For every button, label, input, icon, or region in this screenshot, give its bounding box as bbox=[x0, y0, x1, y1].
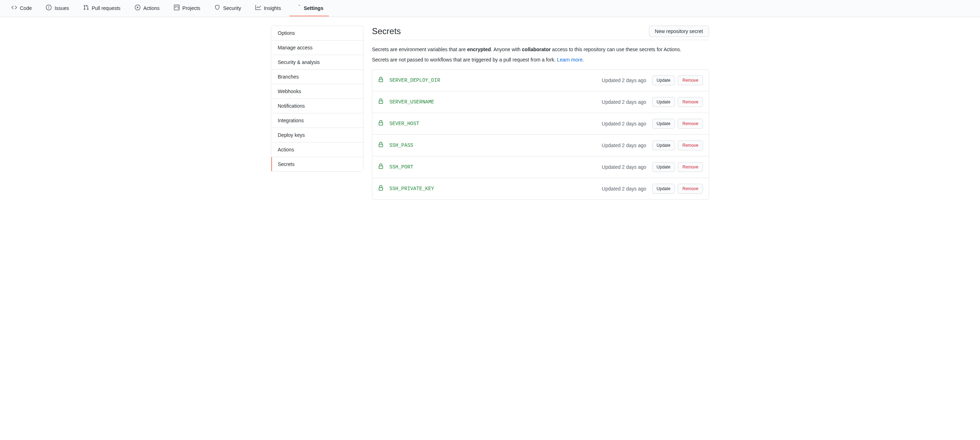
secret-actions: Update Remove bbox=[652, 140, 703, 150]
tab-label: Pull requests bbox=[92, 5, 121, 11]
lock-icon bbox=[378, 98, 384, 106]
secret-actions: Update Remove bbox=[652, 119, 703, 129]
remove-button[interactable]: Remove bbox=[678, 119, 703, 129]
update-button[interactable]: Update bbox=[652, 75, 675, 85]
tab-security[interactable]: Security bbox=[209, 0, 247, 16]
lock-icon bbox=[378, 120, 384, 127]
sidebar-item-integrations[interactable]: Integrations bbox=[271, 113, 363, 128]
secret-name-text: SSH_PASS bbox=[389, 143, 413, 148]
secret-row: SERVER_USERNAME Updated 2 days ago Updat… bbox=[372, 91, 709, 113]
subhead: Secrets New repository secret bbox=[372, 25, 709, 40]
update-button[interactable]: Update bbox=[652, 97, 675, 107]
remove-button[interactable]: Remove bbox=[678, 140, 703, 150]
secret-updated: Updated 2 days ago bbox=[601, 99, 646, 105]
settings-container: OptionsManage accessSecurity & analysisB… bbox=[262, 17, 718, 208]
sidebar-item-webhooks[interactable]: Webhooks bbox=[271, 84, 363, 99]
remove-button[interactable]: Remove bbox=[678, 75, 703, 85]
secret-name: SEVER_HOST bbox=[378, 120, 596, 127]
sidebar-item-actions[interactable]: Actions bbox=[271, 143, 363, 157]
tab-label: Projects bbox=[182, 5, 200, 11]
secret-name-text: SSH_PRIVATE_KEY bbox=[389, 186, 434, 192]
sidebar-item-branches[interactable]: Branches bbox=[271, 70, 363, 84]
sidebar-item-manage-access[interactable]: Manage access bbox=[271, 41, 363, 55]
page-title: Secrets bbox=[372, 26, 401, 36]
gear-icon bbox=[295, 5, 301, 11]
secret-row: SSH_PRIVATE_KEY Updated 2 days ago Updat… bbox=[372, 178, 709, 199]
sidebar-item-options[interactable]: Options bbox=[271, 26, 363, 41]
remove-button[interactable]: Remove bbox=[678, 184, 703, 194]
main-content: Secrets New repository secret Secrets ar… bbox=[372, 25, 709, 200]
play-icon bbox=[135, 5, 140, 11]
secret-name: SSH_PORT bbox=[378, 164, 596, 171]
sidebar-item-notifications[interactable]: Notifications bbox=[271, 99, 363, 113]
lock-icon bbox=[378, 77, 384, 84]
secret-updated: Updated 2 days ago bbox=[601, 164, 646, 170]
project-icon bbox=[174, 5, 180, 11]
tab-label: Insights bbox=[264, 5, 281, 11]
description-line-1: Secrets are environment variables that a… bbox=[372, 46, 709, 53]
new-repository-secret-button[interactable]: New repository secret bbox=[649, 25, 709, 37]
tab-code[interactable]: Code bbox=[6, 0, 37, 16]
lock-icon bbox=[378, 185, 384, 192]
secret-updated: Updated 2 days ago bbox=[601, 78, 646, 83]
secret-row: SEVER_HOST Updated 2 days ago Update Rem… bbox=[372, 113, 709, 135]
lock-icon bbox=[378, 164, 384, 171]
remove-button[interactable]: Remove bbox=[678, 97, 703, 107]
update-button[interactable]: Update bbox=[652, 140, 675, 150]
secret-updated: Updated 2 days ago bbox=[601, 121, 646, 127]
tab-settings[interactable]: Settings bbox=[290, 0, 329, 16]
update-button[interactable]: Update bbox=[652, 162, 675, 172]
tab-actions[interactable]: Actions bbox=[129, 0, 165, 16]
secret-actions: Update Remove bbox=[652, 75, 703, 85]
update-button[interactable]: Update bbox=[652, 119, 675, 129]
tab-label: Issues bbox=[54, 5, 68, 11]
remove-button[interactable]: Remove bbox=[678, 162, 703, 172]
lock-icon bbox=[378, 142, 384, 149]
repo-nav: CodeIssuesPull requestsActionsProjectsSe… bbox=[0, 0, 980, 17]
secret-name-text: SSH_PORT bbox=[389, 164, 413, 170]
secret-name: SERVER_USERNAME bbox=[378, 98, 596, 106]
secret-name-text: SEVER_HOST bbox=[389, 121, 419, 127]
code-icon bbox=[11, 5, 17, 11]
secrets-list: SERVER_DEPLOY_DIR Updated 2 days ago Upd… bbox=[372, 69, 709, 200]
shield-icon bbox=[215, 5, 220, 11]
sidebar-item-security-analysis[interactable]: Security & analysis bbox=[271, 55, 363, 70]
tab-label: Actions bbox=[143, 5, 160, 11]
graph-icon bbox=[255, 5, 261, 11]
update-button[interactable]: Update bbox=[652, 184, 675, 194]
sidebar-item-secrets[interactable]: Secrets bbox=[271, 157, 363, 171]
settings-menu: OptionsManage accessSecurity & analysisB… bbox=[271, 25, 363, 172]
tab-label: Code bbox=[20, 5, 32, 11]
secret-row: SSH_PORT Updated 2 days ago Update Remov… bbox=[372, 156, 709, 178]
secret-name-text: SERVER_DEPLOY_DIR bbox=[389, 78, 440, 83]
sidebar-item-deploy-keys[interactable]: Deploy keys bbox=[271, 128, 363, 143]
tab-issues[interactable]: Issues bbox=[40, 0, 74, 16]
issue-icon bbox=[46, 5, 52, 11]
tab-insights[interactable]: Insights bbox=[250, 0, 286, 16]
secret-actions: Update Remove bbox=[652, 97, 703, 107]
settings-sidebar: OptionsManage accessSecurity & analysisB… bbox=[271, 25, 363, 200]
secret-row: SSH_PASS Updated 2 days ago Update Remov… bbox=[372, 135, 709, 156]
secret-name-text: SERVER_USERNAME bbox=[389, 99, 434, 105]
tab-label: Security bbox=[223, 5, 241, 11]
secret-name: SSH_PASS bbox=[378, 142, 596, 149]
secret-name: SERVER_DEPLOY_DIR bbox=[378, 77, 596, 84]
tab-projects[interactable]: Projects bbox=[168, 0, 206, 16]
secret-updated: Updated 2 days ago bbox=[601, 143, 646, 148]
tab-label: Settings bbox=[304, 5, 323, 11]
description-line-2: Secrets are not passed to workflows that… bbox=[372, 56, 709, 64]
secret-actions: Update Remove bbox=[652, 184, 703, 194]
tab-pull-requests[interactable]: Pull requests bbox=[78, 0, 126, 16]
secret-updated: Updated 2 days ago bbox=[601, 186, 646, 192]
secret-row: SERVER_DEPLOY_DIR Updated 2 days ago Upd… bbox=[372, 70, 709, 91]
secret-name: SSH_PRIVATE_KEY bbox=[378, 185, 596, 192]
learn-more-link[interactable]: Learn more bbox=[557, 57, 583, 62]
pr-icon bbox=[83, 5, 89, 11]
secret-actions: Update Remove bbox=[652, 162, 703, 172]
